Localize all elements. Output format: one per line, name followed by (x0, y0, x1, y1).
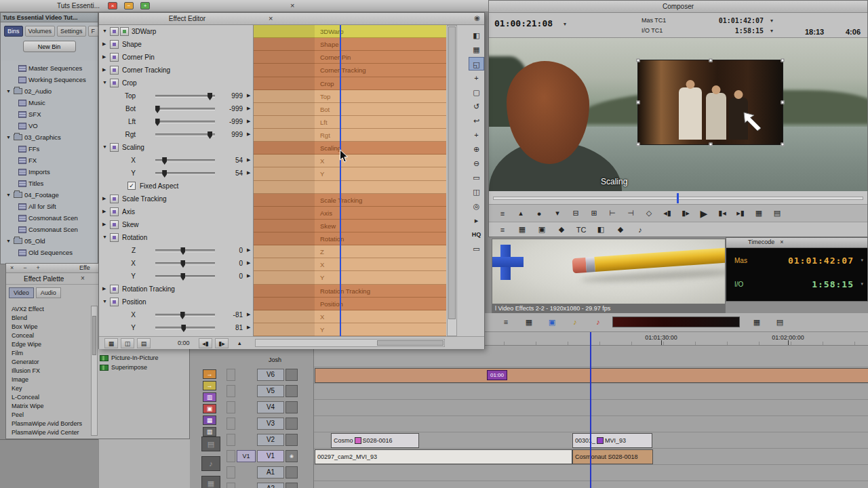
timecode-tool-titlebar[interactable]: Timecode × (726, 238, 867, 248)
bin-item[interactable]: Imports (1, 166, 98, 178)
disclosure-triangle[interactable]: ▼ (6, 239, 12, 243)
go-to-start-icon[interactable]: ▮◂ (715, 207, 729, 220)
zoom-in-icon[interactable]: ⊕ (469, 142, 484, 156)
effect-enable-button[interactable] (110, 40, 119, 49)
slider-thumb[interactable] (180, 247, 185, 255)
chevron-down-icon[interactable]: ▾ (770, 18, 773, 24)
effect-category-box-wipe[interactable]: Box Wipe (7, 323, 90, 332)
record-icon[interactable]: ● (532, 207, 546, 220)
timeline-clip[interactable]: 00301_MVI_93 (572, 433, 652, 448)
close-icon[interactable]: × (290, 1, 294, 9)
slider-thumb[interactable] (155, 106, 160, 113)
keyframe-track-y-23[interactable]: Y (254, 323, 446, 336)
composer-position-bar[interactable] (489, 191, 867, 205)
disclosure-triangle[interactable]: ▶ (102, 67, 108, 73)
keyframe-track-bot-6[interactable]: Bot (254, 103, 446, 116)
tab-bins[interactable]: Bins (4, 26, 23, 37)
disclosure-triangle[interactable]: ▶ (102, 286, 108, 291)
bin-item[interactable]: VO (1, 120, 98, 131)
tracking-icon[interactable]: ◎ (469, 199, 484, 213)
keyframe-track-axis-14[interactable]: Axis (254, 207, 446, 220)
bin-item[interactable]: Old Sequences (1, 247, 98, 258)
effect-enable-button[interactable] (110, 207, 119, 216)
effect-editor-titlebar[interactable]: Effect Editor × ◉ (99, 13, 484, 25)
keyframe-track-crop-4[interactable]: Crop (254, 77, 446, 90)
bin-item[interactable]: All for Sift (1, 201, 98, 212)
close-icon[interactable]: × (780, 239, 783, 247)
effect-enable-button[interactable] (110, 233, 119, 242)
param-slider[interactable] (155, 134, 215, 136)
slider-thumb[interactable] (208, 131, 212, 139)
effect-category-avx2-effect[interactable]: AVX2 Effect (7, 306, 90, 314)
effect-category-key[interactable]: Key (7, 385, 90, 394)
disclosure-triangle[interactable]: ▼ (102, 28, 108, 33)
chevron-down-icon[interactable]: ▾ (861, 281, 863, 287)
segment-overwrite-icon[interactable]: → (203, 381, 216, 390)
chevron-down-icon[interactable]: ▾ (861, 258, 863, 263)
render-icon[interactable]: ◆ (555, 224, 568, 236)
slider-thumb[interactable] (162, 170, 167, 178)
disclosure-triangle[interactable]: ▼ (6, 89, 12, 94)
outline-icon[interactable]: ▢ (469, 85, 484, 99)
rotate-icon[interactable]: ↺ (469, 100, 484, 113)
disclosure-triangle[interactable]: ▼ (6, 192, 12, 197)
slider-thumb[interactable] (181, 325, 186, 332)
source-track-button[interactable]: V1 (237, 450, 256, 462)
composer-video-area[interactable]: Scaling (489, 38, 867, 191)
chevron-down-icon[interactable]: ▾ (564, 21, 566, 27)
effect-category-edge-wipe[interactable]: Edge Wipe (7, 341, 90, 350)
effect-playhead[interactable] (340, 25, 341, 336)
tab-f[interactable]: F (88, 26, 99, 37)
keyframe-nav-icon[interactable]: ▶ (247, 106, 250, 111)
record-track-button-v1[interactable]: V1 (257, 450, 284, 462)
disclosure-triangle[interactable]: ▼ (102, 235, 108, 239)
video-tool-icon[interactable]: ▤ (201, 436, 220, 451)
hq-icon[interactable]: HQ (469, 228, 484, 241)
keyframe-track-rotation-16[interactable]: Rotation (254, 232, 446, 245)
bin-item[interactable]: FX (1, 155, 98, 166)
slider-thumb[interactable] (180, 312, 185, 319)
timeline-clip[interactable]: CosmoS028-0016 (331, 433, 419, 448)
step-forward-icon[interactable]: ▮▸ (215, 338, 229, 348)
keyframe-track-x-18[interactable]: X (254, 258, 446, 271)
folder-item[interactable]: ▼02_Audio (1, 85, 98, 97)
fixed-aspect-checkbox[interactable]: ✓ (127, 182, 136, 190)
disclosure-triangle[interactable]: ▼ (102, 144, 108, 149)
pip-overlay[interactable] (638, 60, 783, 144)
slider-thumb[interactable] (180, 273, 185, 281)
effect-category-illusion-fx[interactable]: Illusion FX (7, 367, 90, 376)
keyframe-nav-icon[interactable]: ▶ (247, 312, 250, 317)
param-slider[interactable] (155, 121, 215, 123)
tab-volumes[interactable]: Volumes (25, 26, 56, 37)
record-track-button-a1[interactable]: A1 (257, 466, 284, 479)
tab-video[interactable]: Video (9, 287, 34, 298)
minimize-button[interactable]: − (124, 2, 134, 9)
hatch-small-icon[interactable]: ▤ (137, 338, 151, 348)
keyframe-nav-icon[interactable]: ▶ (247, 131, 250, 137)
keyframe-track-x-10[interactable]: X (254, 155, 446, 167)
horizontal-scrollbar[interactable] (255, 339, 445, 347)
pip-handle[interactable] (709, 59, 712, 62)
record-track-button-v3[interactable]: V3 (257, 418, 284, 430)
folder-item[interactable]: ▼03_Graphics (1, 131, 98, 143)
disclosure-triangle[interactable]: ▶ (102, 41, 108, 47)
monitor-button[interactable] (285, 385, 298, 397)
close-icon[interactable]: × (269, 14, 273, 22)
source-track-button[interactable] (237, 369, 256, 381)
keyframe-track-y-19[interactable]: Y (254, 271, 446, 284)
keyframe-icon[interactable]: ◆ (614, 224, 627, 236)
slider-thumb[interactable] (162, 157, 167, 165)
sync-lock-box[interactable] (226, 434, 235, 446)
pip-handle[interactable] (709, 143, 712, 146)
audio-tool-icon[interactable]: ♪ (633, 224, 647, 236)
param-slider[interactable] (155, 262, 215, 265)
bin-item[interactable]: Master Sequences (1, 62, 98, 74)
add-keyframe-icon[interactable]: + (469, 71, 484, 85)
marker-tool-icon[interactable]: ▥ (203, 392, 216, 402)
preview-video-area[interactable] (492, 239, 725, 304)
keyframe-track-shape-1[interactable]: Shape (254, 38, 446, 51)
grid-small-icon[interactable]: ▦ (104, 338, 118, 348)
source-track-button[interactable] (237, 385, 256, 397)
pip-handle[interactable] (781, 101, 785, 104)
project-titlebar[interactable]: Tuts Essenti... ×−+ × (0, 0, 488, 12)
